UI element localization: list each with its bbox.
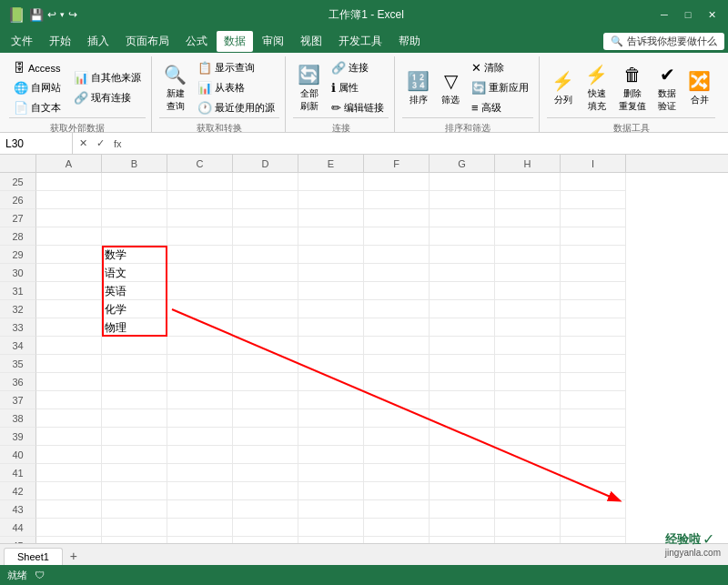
cell-C28[interactable]: [167, 227, 233, 246]
ribbon-btn-filter[interactable]: ▽ 筛选: [436, 67, 465, 109]
cell-B29[interactable]: 数学: [102, 246, 167, 264]
cell-D43[interactable]: [233, 500, 298, 519]
row-header-44[interactable]: 44: [0, 519, 36, 537]
cell-H33[interactable]: [495, 318, 561, 337]
cell-G26[interactable]: [430, 191, 495, 209]
cell-F36[interactable]: [364, 373, 430, 391]
cell-B26[interactable]: [102, 191, 167, 209]
cell-I30[interactable]: [561, 264, 626, 282]
row-header-30[interactable]: 30: [0, 264, 36, 282]
cell-F40[interactable]: [364, 446, 430, 464]
cell-C40[interactable]: [167, 446, 233, 464]
cell-I41[interactable]: [561, 464, 626, 482]
cell-F25[interactable]: [364, 173, 430, 191]
cell-D30[interactable]: [233, 264, 298, 282]
cell-H43[interactable]: [495, 500, 561, 519]
cell-C42[interactable]: [167, 482, 233, 500]
row-header-38[interactable]: 38: [0, 409, 36, 428]
cell-E25[interactable]: [298, 173, 364, 191]
cell-I42[interactable]: [561, 482, 626, 500]
cell-A28[interactable]: [36, 227, 102, 246]
cell-F35[interactable]: [364, 355, 430, 373]
ribbon-btn-access[interactable]: 🗄 Access: [9, 58, 66, 77]
cell-I44[interactable]: [561, 519, 626, 537]
row-header-42[interactable]: 42: [0, 482, 36, 500]
cell-I31[interactable]: [561, 282, 626, 300]
cell-F32[interactable]: [364, 300, 430, 318]
ribbon-btn-refresh-all[interactable]: 🔄 全部刷新: [293, 61, 325, 116]
ribbon-btn-consolidate[interactable]: 🔀 合并: [683, 67, 715, 109]
menu-page-layout[interactable]: 页面布局: [118, 31, 177, 52]
row-header-37[interactable]: 37: [0, 391, 36, 409]
ribbon-btn-reapply[interactable]: 🔄 重新应用: [467, 78, 533, 97]
cell-I33[interactable]: [561, 318, 626, 337]
col-header-C[interactable]: C: [167, 155, 233, 172]
cell-H35[interactable]: [495, 355, 561, 373]
undo-icon[interactable]: ↩: [47, 8, 56, 21]
cell-E34[interactable]: [298, 337, 364, 355]
add-sheet-button[interactable]: +: [65, 547, 83, 565]
cell-A29[interactable]: [36, 246, 102, 264]
ribbon-btn-clear[interactable]: ✕ 清除: [467, 58, 533, 77]
cell-G39[interactable]: [430, 428, 495, 446]
cell-G30[interactable]: [430, 264, 495, 282]
ribbon-btn-data-validation[interactable]: ✔ 数据验证: [652, 61, 682, 116]
cell-A43[interactable]: [36, 500, 102, 519]
redo-icon[interactable]: ↪: [68, 8, 77, 21]
cell-E40[interactable]: [298, 446, 364, 464]
cell-E45[interactable]: [298, 537, 364, 543]
cell-G28[interactable]: [430, 227, 495, 246]
cell-B25[interactable]: [102, 173, 167, 191]
cell-D44[interactable]: [233, 519, 298, 537]
cell-D29[interactable]: [233, 246, 298, 264]
cell-B27[interactable]: [102, 209, 167, 227]
cell-E31[interactable]: [298, 282, 364, 300]
col-header-E[interactable]: E: [298, 155, 364, 172]
cell-F37[interactable]: [364, 391, 430, 409]
cell-A37[interactable]: [36, 391, 102, 409]
cell-F41[interactable]: [364, 464, 430, 482]
cell-F44[interactable]: [364, 519, 430, 537]
menu-home[interactable]: 开始: [42, 31, 78, 52]
cell-I28[interactable]: [561, 227, 626, 246]
cell-D34[interactable]: [233, 337, 298, 355]
row-header-34[interactable]: 34: [0, 337, 36, 355]
cell-F31[interactable]: [364, 282, 430, 300]
col-header-H[interactable]: H: [495, 155, 561, 172]
cell-H44[interactable]: [495, 519, 561, 537]
cell-H32[interactable]: [495, 300, 561, 318]
cell-I34[interactable]: [561, 337, 626, 355]
cell-G29[interactable]: [430, 246, 495, 264]
cell-I27[interactable]: [561, 209, 626, 227]
cell-I39[interactable]: [561, 428, 626, 446]
cell-C25[interactable]: [167, 173, 233, 191]
row-header-26[interactable]: 26: [0, 191, 36, 209]
cell-C39[interactable]: [167, 428, 233, 446]
cell-H30[interactable]: [495, 264, 561, 282]
cell-H39[interactable]: [495, 428, 561, 446]
row-header-33[interactable]: 33: [0, 318, 36, 337]
cell-G34[interactable]: [430, 337, 495, 355]
cell-I45[interactable]: [561, 537, 626, 543]
cell-D25[interactable]: [233, 173, 298, 191]
cell-B33[interactable]: 物理: [102, 318, 167, 337]
cell-G40[interactable]: [430, 446, 495, 464]
cell-F43[interactable]: [364, 500, 430, 519]
cell-E38[interactable]: [298, 409, 364, 428]
cell-D31[interactable]: [233, 282, 298, 300]
cell-C26[interactable]: [167, 191, 233, 209]
cell-D37[interactable]: [233, 391, 298, 409]
col-header-B[interactable]: B: [102, 155, 167, 172]
cell-H38[interactable]: [495, 409, 561, 428]
close-button[interactable]: ✕: [703, 5, 721, 24]
cell-C43[interactable]: [167, 500, 233, 519]
row-header-32[interactable]: 32: [0, 300, 36, 318]
col-header-F[interactable]: F: [364, 155, 430, 172]
cell-H45[interactable]: [495, 537, 561, 543]
cell-H31[interactable]: [495, 282, 561, 300]
cell-D32[interactable]: [233, 300, 298, 318]
cell-H37[interactable]: [495, 391, 561, 409]
cell-B30[interactable]: 语文: [102, 264, 167, 282]
cell-E44[interactable]: [298, 519, 364, 537]
cell-D38[interactable]: [233, 409, 298, 428]
